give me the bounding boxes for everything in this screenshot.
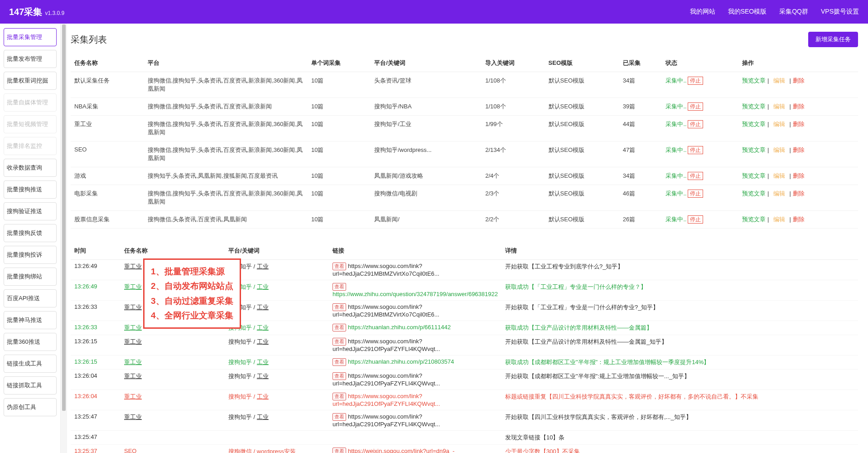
task-link[interactable]: 重工业 <box>124 263 142 270</box>
sidebar-item-15[interactable]: 链接生成工具 <box>4 355 57 373</box>
sidebar-item-9[interactable]: 批量搜狗反馈 <box>4 224 57 242</box>
sidebar-item-1[interactable]: 批量发布管理 <box>4 50 57 68</box>
task-row: 游戏搜狗知乎,头条资讯,凤凰新闻,搜狐新闻,百度最资讯10篇凤凰新闻/游戏攻略2… <box>71 167 858 185</box>
task-link[interactable]: SEO <box>124 448 136 453</box>
view-badge[interactable]: 查看 <box>333 372 346 380</box>
log-url[interactable]: https://www.sogou.com/link?url=hedJjaC29… <box>333 413 440 428</box>
sidebar-item-17[interactable]: 伪原创工具 <box>4 398 57 416</box>
log-pk: 搜狗知乎 / 工业 <box>225 410 329 431</box>
stop-button[interactable]: 停止 <box>688 215 703 224</box>
edit-link[interactable]: 编辑 <box>773 190 785 197</box>
log-url[interactable]: https://www.sogou.com/link?url=hedJjaC29… <box>333 393 440 407</box>
keyword-link[interactable]: 工业 <box>257 338 269 345</box>
tasks-table: 任务名称平台单个词采集平台/关键词导入关键词SEO模版已采集状态操作 默认采集任… <box>71 54 858 229</box>
task-link[interactable]: 重工业 <box>124 324 142 331</box>
keyword-link[interactable]: wordpress安装 <box>257 448 296 453</box>
task-link[interactable]: 重工业 <box>124 373 142 380</box>
sidebar-scrollbar[interactable] <box>61 24 67 453</box>
keyword-link[interactable]: 工业 <box>257 393 269 400</box>
sidebar-item-7[interactable]: 批量搜狗推送 <box>4 180 57 199</box>
task-link[interactable]: 重工业 <box>124 304 142 311</box>
view-badge[interactable]: 查看 <box>333 393 346 400</box>
keyword-link[interactable]: 工业 <box>257 414 269 420</box>
sidebar-item-12[interactable]: 百度API推送 <box>4 289 57 307</box>
edit-link[interactable]: 编辑 <box>773 216 785 223</box>
view-badge[interactable]: 查看 <box>333 303 346 311</box>
keyword-link[interactable]: 工业 <box>257 304 269 311</box>
log-url[interactable]: https://www.sogou.com/link?url=hedJjaC29… <box>333 338 440 352</box>
keyword-link[interactable]: 工业 <box>257 263 269 270</box>
log-url[interactable]: https://www.sogou.com/link?url=hedJjaC29… <box>333 303 439 318</box>
log-link-cell: 查看https://www.sogou.com/link?url=hedJjaC… <box>329 410 502 431</box>
edit-link[interactable]: 编辑 <box>773 103 785 110</box>
log-url[interactable]: https://www.sogou.com/link?url=hedJjaC29… <box>333 372 440 387</box>
keyword-link[interactable]: 工业 <box>257 324 269 331</box>
view-badge[interactable]: 查看 <box>333 358 346 366</box>
task-link[interactable]: 重工业 <box>124 283 142 290</box>
log-url[interactable]: https://zhuanlan.zhihu.com/p/66111442 <box>348 324 451 331</box>
preview-link[interactable]: 预览文章 <box>742 77 766 84</box>
nav-seo-template[interactable]: 我的SEO模版 <box>728 8 767 16</box>
preview-link[interactable]: 预览文章 <box>742 172 766 179</box>
sidebar-item-2[interactable]: 批量权重词挖掘 <box>4 72 57 90</box>
delete-link[interactable]: 删除 <box>793 190 805 197</box>
stop-button[interactable]: 停止 <box>688 190 703 198</box>
task-link[interactable]: 重工业 <box>124 393 142 400</box>
keyword-link[interactable]: 工业 <box>257 359 269 365</box>
preview-link[interactable]: 预览文章 <box>742 103 766 110</box>
stop-button[interactable]: 停止 <box>688 120 703 128</box>
edit-link[interactable]: 编辑 <box>773 121 785 127</box>
task-link[interactable]: 重工业 <box>124 414 142 420</box>
task-keywords: 2/134个 <box>482 141 545 167</box>
nav-qq-group[interactable]: 采集QQ群 <box>779 8 808 16</box>
view-badge[interactable]: 查看 <box>333 338 346 346</box>
delete-link[interactable]: 删除 <box>793 103 805 110</box>
sidebar-item-8[interactable]: 搜狗验证推送 <box>4 202 57 220</box>
view-badge[interactable]: 查看 <box>333 263 346 270</box>
delete-link[interactable]: 删除 <box>793 77 805 84</box>
view-badge[interactable]: 查看 <box>333 324 346 331</box>
delete-link[interactable]: 删除 <box>793 216 805 223</box>
task-keywords: 1/99个 <box>482 116 545 141</box>
delete-link[interactable]: 删除 <box>793 172 805 179</box>
task-link[interactable]: 重工业 <box>124 359 142 365</box>
preview-link[interactable]: 预览文章 <box>742 216 766 223</box>
view-badge[interactable]: 查看 <box>333 283 346 291</box>
sidebar-item-13[interactable]: 批量神马推送 <box>4 311 57 329</box>
stop-button[interactable]: 停止 <box>688 172 703 180</box>
log-time: 13:26:49 <box>71 280 121 301</box>
task-name: 电影采集 <box>71 185 144 211</box>
edit-link[interactable]: 编辑 <box>773 146 785 153</box>
preview-link[interactable]: 预览文章 <box>742 121 766 127</box>
log-url[interactable]: https://www.sogou.com/link?url=hedJjaC29… <box>333 263 439 277</box>
task-ops: 预览文章 | 编辑 | 删除 <box>738 116 858 141</box>
delete-link[interactable]: 删除 <box>793 121 805 127</box>
sidebar-item-6[interactable]: 收录数据查询 <box>4 159 57 177</box>
add-task-button[interactable]: 新增采集任务 <box>808 32 858 47</box>
delete-link[interactable]: 删除 <box>793 146 805 153</box>
sidebar-item-16[interactable]: 链接抓取工具 <box>4 376 57 395</box>
preview-link[interactable]: 预览文章 <box>742 146 766 153</box>
view-badge[interactable]: 查看 <box>333 413 346 421</box>
sidebar-item-10[interactable]: 批量搜狗投诉 <box>4 246 57 264</box>
preview-link[interactable]: 预览文章 <box>742 190 766 197</box>
tasks-header: 导入关键词 <box>482 54 545 72</box>
stop-button[interactable]: 停止 <box>688 146 703 154</box>
sidebar-item-11[interactable]: 批量搜狗绑站 <box>4 268 57 286</box>
edit-link[interactable]: 编辑 <box>773 172 785 179</box>
sidebar-item-0[interactable]: 批量采集管理 <box>4 28 57 46</box>
keyword-link[interactable]: 工业 <box>257 283 269 290</box>
keyword-link[interactable]: 工业 <box>257 373 269 380</box>
task-link[interactable]: 重工业 <box>124 338 142 345</box>
nav-vps-dial[interactable]: VPS拨号设置 <box>821 8 859 16</box>
stop-button[interactable]: 停止 <box>688 102 703 111</box>
log-url[interactable]: https://zhuanlan.zhihu.com/p/210803574 <box>348 358 454 365</box>
stop-button[interactable]: 停止 <box>688 77 703 85</box>
edit-link[interactable]: 编辑 <box>773 77 785 84</box>
view-badge[interactable]: 查看 <box>333 448 346 453</box>
log-url[interactable]: https://weixin.sogou.com/link?url=dn9a_-… <box>333 448 454 453</box>
sidebar-item-14[interactable]: 批量360推送 <box>4 333 57 351</box>
log-detail: 开始获取【工业产品设计的常用材料及特性——金属篇_知乎】 <box>502 335 858 356</box>
log-url[interactable]: https://www.zhihu.com/question/324787199… <box>333 291 498 297</box>
nav-my-site[interactable]: 我的网站 <box>690 8 715 16</box>
